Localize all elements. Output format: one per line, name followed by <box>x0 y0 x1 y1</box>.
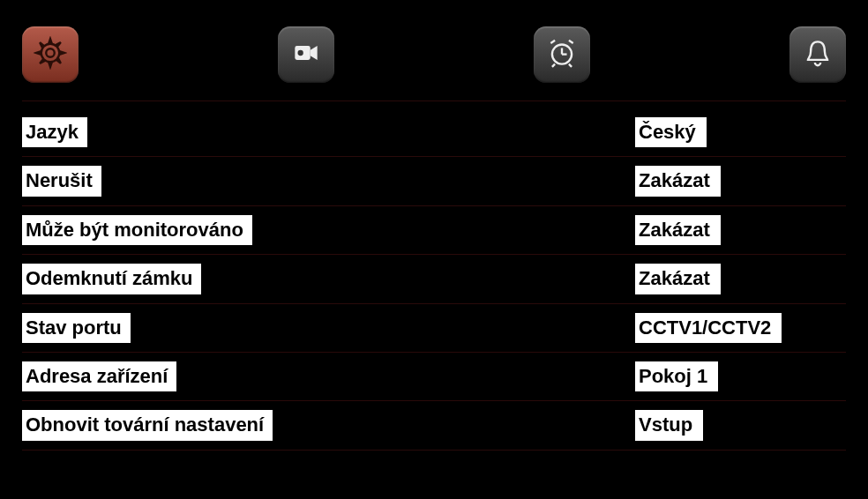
camera-icon <box>289 36 323 73</box>
row-can-be-monitored[interactable]: Může být monitorováno Zakázat <box>22 206 846 255</box>
row-value: CCTV1/CCTV2 <box>635 313 782 343</box>
row-value: Český <box>635 117 707 147</box>
svg-point-0 <box>46 48 55 57</box>
row-factory-reset[interactable]: Obnovit tovární nastavení Vstup <box>22 401 846 450</box>
row-value: Zakázat <box>635 166 721 196</box>
tab-bell[interactable] <box>789 26 846 83</box>
tab-settings[interactable] <box>22 26 79 83</box>
row-value: Zakázat <box>635 215 721 245</box>
svg-line-8 <box>569 41 573 43</box>
row-value: Pokoj 1 <box>635 361 718 391</box>
bell-icon <box>801 36 834 73</box>
settings-gear-icon <box>34 36 67 73</box>
tab-alarm-clock[interactable] <box>534 26 590 83</box>
row-label: Jazyk <box>22 117 87 147</box>
row-label: Nerušit <box>22 166 101 196</box>
alarm-clock-icon <box>545 36 579 73</box>
svg-line-7 <box>550 41 555 43</box>
settings-list: Jazyk Český Nerušit Zakázat Může být mon… <box>22 108 846 451</box>
row-device-address[interactable]: Adresa zařízení Pokoj 1 <box>22 353 846 401</box>
svg-line-10 <box>569 64 572 67</box>
row-label: Adresa zařízení <box>22 361 176 391</box>
row-do-not-disturb[interactable]: Nerušit Zakázat <box>22 157 846 205</box>
row-port-status[interactable]: Stav portu CCTV1/CCTV2 <box>22 304 846 353</box>
row-label: Obnovit tovární nastavení <box>22 410 273 440</box>
row-unlock[interactable]: Odemknutí zámku Zakázat <box>22 255 846 303</box>
row-label: Může být monitorováno <box>22 215 252 245</box>
tab-camera[interactable] <box>278 26 334 83</box>
row-value: Vstup <box>635 410 703 440</box>
tab-bar <box>22 18 846 101</box>
svg-point-3 <box>298 50 303 56</box>
row-label: Stav portu <box>22 313 131 343</box>
row-language[interactable]: Jazyk Český <box>22 108 846 157</box>
svg-line-9 <box>552 64 555 67</box>
row-label: Odemknutí zámku <box>22 264 201 294</box>
row-value: Zakázat <box>635 264 721 294</box>
svg-point-1 <box>41 44 60 63</box>
